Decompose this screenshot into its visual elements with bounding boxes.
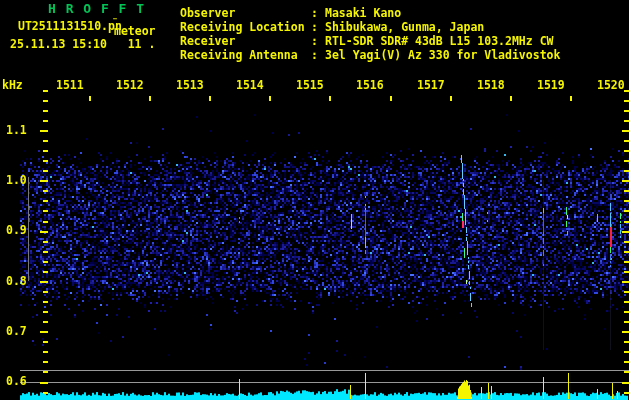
time-label: 1516 (356, 79, 384, 91)
datetime: 25.11.13 15:10 11 . (10, 38, 155, 50)
info-value: RTL-SDR SDR# 43dB L15 103.2MHz CW (325, 34, 553, 48)
info-label: Receiving Location (180, 20, 311, 34)
info-value: 3el Yagi(V) Az 330 for Vladivostok (325, 48, 560, 62)
time-label: 1512 (116, 79, 144, 91)
khz-unit-label: kHz (2, 79, 23, 91)
info-row: Receiving Antenna:3el Yagi(V) Az 330 for… (180, 48, 560, 62)
time-label: 1517 (417, 79, 445, 91)
overlay-label: meteor (114, 25, 156, 37)
time-label: 1519 (537, 79, 565, 91)
info-label: Observer (180, 6, 311, 20)
freq-label: 1.0 (6, 174, 27, 186)
info-value: Shibukawa, Gunma, Japan (325, 20, 484, 34)
time-label: 1513 (176, 79, 204, 91)
info-separator: : (311, 48, 325, 62)
freq-label: 1.1 (6, 124, 27, 136)
app-title: H R O F F T (48, 3, 145, 15)
info-row: Receiver:RTL-SDR SDR# 43dB L15 103.2MHz … (180, 34, 560, 48)
time-label: 1518 (477, 79, 505, 91)
info-separator: : (311, 34, 325, 48)
info-value: Masaki Kano (325, 6, 401, 20)
hrofft-screen: H R O F F T UT2511131510.pn ¨ meteor 25.… (0, 0, 629, 400)
info-separator: : (311, 6, 325, 20)
info-label: Receiving Antenna (180, 48, 311, 62)
filename: UT2511131510.pn (18, 20, 122, 32)
time-label: 1515 (296, 79, 324, 91)
time-label: 1514 (236, 79, 264, 91)
freq-label: 0.6 (6, 375, 27, 387)
freq-label: 0.9 (6, 224, 27, 236)
time-label: 1520 (597, 79, 625, 91)
freq-label: 0.8 (6, 275, 27, 287)
station-info: Observer:Masaki Kano Receiving Location:… (180, 6, 560, 62)
info-label: Receiver (180, 34, 311, 48)
info-row: Observer:Masaki Kano (180, 6, 560, 20)
freq-label: 0.7 (6, 325, 27, 337)
info-separator: : (311, 20, 325, 34)
info-row: Receiving Location:Shibukawa, Gunma, Jap… (180, 20, 560, 34)
time-label: 1511 (56, 79, 84, 91)
